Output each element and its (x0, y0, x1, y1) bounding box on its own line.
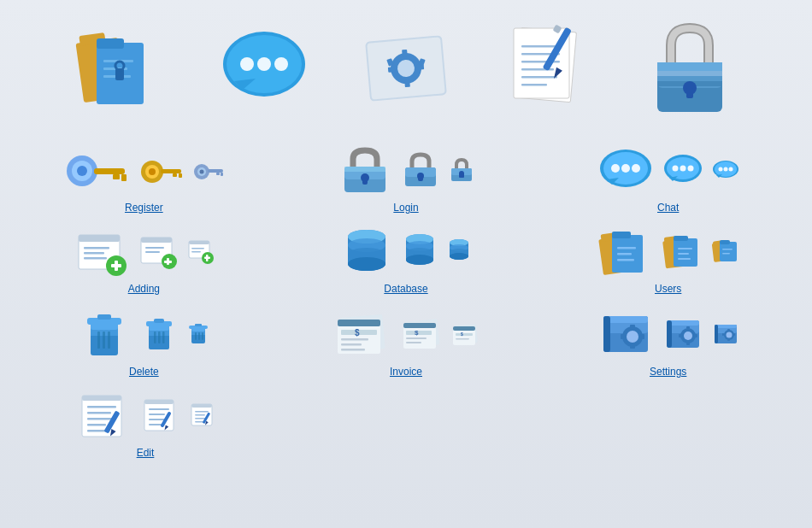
lock-large-icon[interactable] (634, 17, 745, 120)
delete-icon-medium[interactable] (139, 313, 179, 355)
adding-icon-small[interactable] (186, 237, 215, 267)
svg-rect-104 (164, 261, 172, 263)
svg-rect-93 (84, 257, 107, 260)
settings-icon-medium[interactable] (662, 315, 704, 356)
svg-rect-146 (678, 258, 691, 260)
svg-rect-139 (617, 259, 634, 261)
svg-rect-240 (149, 414, 165, 415)
login-icon-small[interactable] (448, 157, 475, 186)
database-icon-small[interactable] (446, 238, 472, 267)
svg-point-11 (240, 57, 254, 71)
svg-rect-48 (121, 174, 127, 181)
invoice-icon-medium[interactable]: $ (399, 315, 444, 356)
svg-rect-38 (657, 71, 722, 76)
svg-rect-165 (154, 319, 164, 323)
adding-icon-large[interactable] (72, 225, 130, 279)
svg-rect-30 (521, 76, 557, 79)
delete-label: Delete (129, 366, 159, 378)
svg-rect-26 (521, 45, 560, 48)
svg-rect-136 (612, 232, 631, 238)
svg-rect-182 (341, 338, 368, 341)
svg-rect-145 (678, 253, 689, 255)
svg-rect-187 (403, 323, 436, 328)
chat-icon-large[interactable] (597, 147, 655, 198)
svg-point-86 (718, 167, 722, 172)
settings-icon-large[interactable] (597, 309, 655, 362)
settings-group: Settings (537, 309, 799, 378)
users-icon-small[interactable] (711, 237, 740, 267)
svg-rect-250 (195, 421, 203, 423)
svg-rect-225 (727, 339, 730, 341)
chat-icon-small[interactable] (711, 159, 740, 186)
svg-rect-149 (720, 242, 737, 261)
svg-rect-91 (84, 247, 109, 249)
svg-rect-151 (722, 249, 733, 250)
database-icon-medium[interactable] (400, 231, 439, 273)
svg-rect-201 (603, 316, 610, 352)
users-icon-medium[interactable] (662, 231, 704, 273)
register-icon-large[interactable] (63, 148, 132, 198)
svg-rect-150 (720, 240, 730, 244)
login-icon-medium[interactable] (400, 151, 441, 192)
svg-rect-175 (198, 332, 200, 340)
svg-rect-190 (406, 337, 427, 339)
invoice-icon-large[interactable]: $ (332, 309, 392, 362)
svg-rect-227 (733, 333, 735, 336)
svg-rect-54 (179, 173, 182, 178)
svg-rect-111 (204, 257, 210, 260)
users-icon-large[interactable] (597, 225, 655, 279)
database-label: Database (384, 283, 427, 295)
svg-rect-92 (84, 252, 104, 255)
delete-icon-small[interactable] (185, 320, 211, 349)
register-icon-small[interactable] (192, 160, 225, 187)
svg-rect-197 (456, 338, 469, 340)
login-label: Login (393, 202, 418, 214)
invoice-icon-small[interactable]: $ (450, 321, 480, 350)
svg-rect-42 (686, 88, 693, 98)
svg-text:$: $ (355, 328, 360, 337)
svg-rect-100 (145, 247, 164, 249)
svg-text:$: $ (461, 331, 463, 337)
database-group: Database (275, 225, 538, 295)
settings-tablet-large-icon[interactable] (350, 17, 462, 120)
register-icon-medium[interactable] (138, 155, 185, 192)
edit-icon-medium[interactable] (138, 395, 181, 437)
svg-rect-168 (162, 331, 165, 343)
row-edit: Edit (13, 389, 799, 459)
svg-rect-204 (630, 325, 635, 328)
svg-rect-63 (344, 167, 385, 172)
svg-rect-46 (94, 168, 125, 174)
edit-icon-small[interactable] (188, 401, 217, 431)
users-label: Users (655, 283, 681, 295)
invoice-group: $ $ (275, 309, 538, 378)
svg-rect-232 (87, 418, 113, 420)
edit-icon-large[interactable] (74, 389, 132, 443)
svg-rect-183 (341, 343, 362, 346)
adding-group: Adding (13, 225, 275, 295)
delete-group: Delete (13, 306, 275, 378)
svg-rect-19 (404, 80, 410, 87)
users-group: Users (537, 225, 799, 295)
database-icon-large[interactable] (340, 225, 393, 279)
edit-group: Edit (13, 389, 278, 459)
login-icon-large[interactable] (338, 145, 393, 198)
svg-rect-217 (695, 334, 697, 337)
chat-large-icon[interactable] (209, 17, 320, 120)
svg-rect-3 (97, 38, 124, 49)
row-delete-invoice-settings: Delete $ (13, 306, 799, 378)
svg-point-88 (728, 167, 733, 172)
svg-rect-239 (149, 408, 169, 410)
svg-rect-188 (406, 331, 432, 335)
delete-icon-large[interactable] (77, 306, 132, 362)
settings-icon-small[interactable] (711, 321, 740, 350)
svg-point-45 (77, 166, 87, 176)
svg-point-118 (348, 257, 385, 271)
notes-large-icon[interactable] (492, 17, 603, 120)
svg-rect-60 (221, 173, 223, 176)
svg-rect-215 (686, 343, 690, 345)
chat-icon-medium[interactable] (662, 153, 704, 192)
svg-point-83 (687, 166, 693, 172)
adding-icon-medium[interactable] (137, 231, 179, 273)
svg-rect-73 (459, 173, 464, 178)
users-large-icon[interactable] (67, 17, 178, 120)
